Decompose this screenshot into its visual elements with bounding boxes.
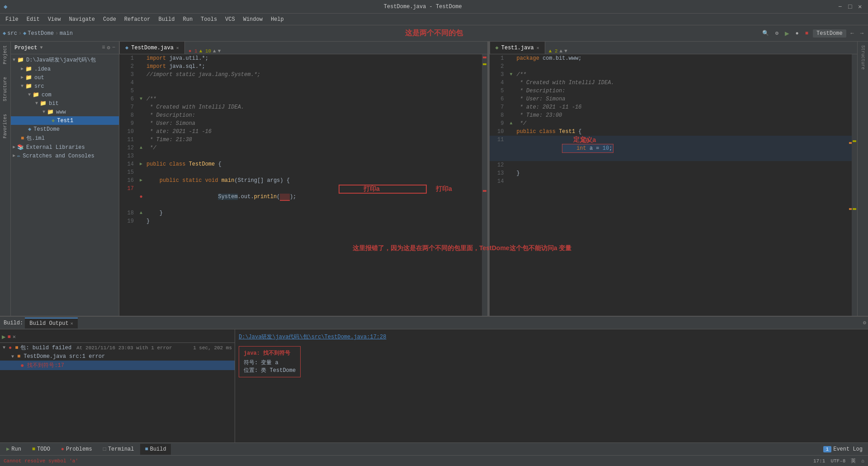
fold-icon-6[interactable]: ▼ (140, 95, 142, 103)
tab-build-output[interactable]: Build Output ✕ (25, 318, 77, 328)
editor2-scrollbar[interactable] (852, 54, 857, 316)
status-position: 17:1 (813, 458, 825, 464)
maximize-button[interactable]: □ (848, 4, 854, 10)
build-clear-icon[interactable]: ✕ (13, 333, 16, 340)
editor1-scrollbar[interactable] (482, 54, 487, 316)
build-item-error[interactable]: ● 找不到符号:17 (0, 361, 235, 370)
tab-test1-close[interactable]: ✕ (537, 45, 539, 51)
e2-line-13: 13 } (490, 169, 858, 177)
left-sidebar: Project Structure Favorites (0, 42, 11, 316)
tree-www[interactable]: ▼ 📁 www (11, 108, 119, 116)
structure-sidebar-toggle[interactable]: Structure (3, 77, 8, 101)
project-dropdown-icon[interactable]: ▼ (40, 45, 42, 50)
bottom-settings-icon[interactable]: ⚙ (863, 319, 866, 326)
bottom-tabs-row: ▶ Run ■ TODO ● Problems □ Terminal ■ Bui… (0, 442, 868, 455)
build-path-link[interactable]: D:\Java研发\java代码\包\src\TestDome.java:17:… (239, 334, 386, 340)
editor1-scroll-down[interactable]: ▼ (218, 48, 221, 54)
e2-line-1: 1 package com.bit.www; (490, 54, 858, 62)
tab-testdome[interactable]: ◆ TestDome.java ✕ (119, 42, 185, 54)
close-button[interactable]: ✕ (858, 4, 864, 10)
project-collapse-all[interactable]: ≡ (102, 44, 105, 51)
menu-edit[interactable]: Edit (23, 15, 43, 24)
tree-testdome[interactable]: ◆ TestDome (11, 125, 119, 133)
editor2-scroll-down[interactable]: ▼ (564, 48, 567, 54)
toolbar-right: 这是两个不同的包 🔍 ⚙ ▶ ● ■ TestDome ← → (760, 28, 865, 39)
menu-view[interactable]: View (44, 15, 65, 24)
e2-line-2: 2 (490, 62, 858, 71)
root-expand-icon: ▼ (13, 57, 15, 62)
structure-label[interactable]: Structure (860, 45, 865, 70)
back-button[interactable]: ← (849, 29, 856, 38)
tab-build-output-close[interactable]: ✕ (71, 321, 73, 326)
editor1-scroll-up[interactable]: ▲ (213, 48, 216, 54)
menu-navigate[interactable]: Navigate (65, 15, 99, 24)
editor1-code-area[interactable]: 1 import java.util.*; 2 import java.sql.… (119, 54, 487, 316)
breadcrumb: ◆ src › ◆ TestDome › main (3, 30, 73, 37)
fold-icon-18[interactable]: ▲ (140, 209, 142, 217)
menu-refactor[interactable]: Refactor (121, 15, 154, 24)
fold-icon-12[interactable]: ▲ (140, 144, 142, 152)
forward-button[interactable]: → (859, 29, 865, 38)
code-line-19: 19 } (119, 217, 487, 225)
favorites-sidebar-toggle[interactable]: Favorites (3, 114, 8, 138)
tree-test1[interactable]: ◆ Test1 (11, 116, 119, 125)
error-mark-mid (483, 190, 486, 192)
editor2-code-area[interactable]: 1 package com.bit.www; 2 3 ▼ (490, 54, 858, 316)
editor2-warning-badge: ▲ 2 (549, 48, 558, 54)
build-item-root[interactable]: ▼ ● ■ 包: build failed At 2021/11/16 23:0… (0, 343, 235, 352)
menu-vcs[interactable]: VCS (222, 15, 239, 24)
run-icon-14[interactable]: ▶ (140, 160, 142, 168)
tree-out[interactable]: ► 📁 out (11, 73, 119, 82)
run-icon-16[interactable]: ▶ (140, 176, 142, 185)
project-sidebar-toggle[interactable]: Project (3, 45, 8, 64)
debug-button[interactable]: ● (794, 29, 801, 38)
menu-tools[interactable]: Tools (197, 15, 221, 24)
editor2-scroll-up[interactable]: ▲ (560, 48, 563, 54)
e2-fold-9[interactable]: ▲ (509, 119, 512, 128)
menu-run[interactable]: Run (179, 15, 196, 24)
tree-bit[interactable]: ▼ 📁 bit (11, 99, 119, 108)
todo-tab-label: TODO (37, 446, 50, 452)
tree-com[interactable]: ▼ 📁 com (11, 90, 119, 99)
test1-label: Test1 (57, 118, 73, 124)
tree-scratches[interactable]: ► ✏ Scratches and Consoles (11, 152, 119, 160)
tree-root[interactable]: ▼ 📁 D:\Java研发\java代码\包 (11, 55, 119, 65)
minimize-button[interactable]: − (838, 4, 844, 10)
com-label: com (42, 92, 52, 98)
build-run-icon[interactable]: ▶ (2, 333, 5, 341)
search-everywhere-button[interactable]: 🔍 (760, 29, 771, 38)
tab-run[interactable]: ▶ Run (2, 444, 26, 455)
menu-file[interactable]: File (2, 15, 22, 24)
stop-button[interactable]: ■ (803, 29, 810, 38)
tree-src[interactable]: ▼ 📁 src (11, 82, 119, 90)
e2-fold-3[interactable]: ▼ (509, 71, 512, 79)
tree-idea[interactable]: ► 📁 .idea (11, 65, 119, 73)
project-close[interactable]: − (112, 44, 115, 51)
tab-build[interactable]: ■ Build (140, 444, 170, 455)
status-error-text: Cannot resolve symbol 'a' (4, 458, 78, 464)
tab-terminal[interactable]: □ Terminal (99, 444, 139, 455)
tab-todo[interactable]: ■ TODO (28, 444, 55, 455)
menu-window[interactable]: Window (240, 15, 266, 24)
settings-button[interactable]: ⚙ (774, 29, 780, 38)
editor-panel-testdome: ◆ TestDome.java ✕ ● 1 ▲ 10 ▲ ▼ 1 (119, 42, 488, 316)
run-button[interactable]: ▶ (783, 28, 791, 39)
menu-help[interactable]: Help (267, 15, 288, 24)
project-header: Project ▼ ≡ ⚙ − (11, 42, 119, 54)
project-settings[interactable]: ⚙ (107, 44, 110, 51)
tab-testdome-close[interactable]: ✕ (176, 45, 179, 51)
tab-problems[interactable]: ● Problems (57, 444, 97, 455)
menu-code[interactable]: Code (99, 15, 120, 24)
breadcrumb-src-label: src (7, 30, 17, 37)
build-file-label: TestDome.java src:1 error (24, 353, 105, 360)
build-fail-detail: At 2021/11/16 23:03 with 1 error (76, 345, 172, 351)
tab-test1[interactable]: ◆ Test1.java ✕ (490, 42, 545, 54)
build-item-file[interactable]: ▼ ■ TestDome.java src:1 error (0, 352, 235, 361)
event-log-label[interactable]: Event Log (833, 446, 863, 452)
event-log-badge[interactable]: 1 (823, 446, 832, 452)
menu-build[interactable]: Build (155, 15, 178, 24)
tree-external-libs[interactable]: ► 📚 External Libraries (11, 143, 119, 152)
tree-iml[interactable]: ■ 包.iml (11, 133, 119, 143)
project-name-selector[interactable]: TestDome (813, 29, 846, 38)
build-stop-icon[interactable]: ■ (7, 334, 10, 340)
